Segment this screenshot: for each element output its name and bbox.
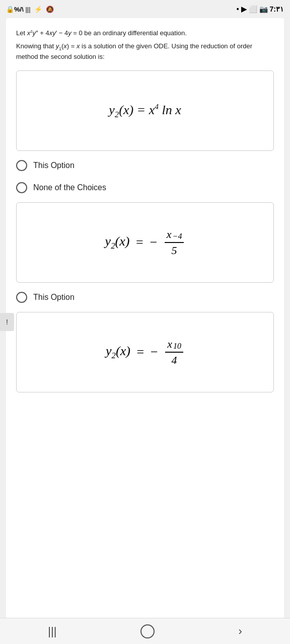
nav-forward-button[interactable]: › [226, 621, 254, 642]
nav-back-button[interactable]: ||| [36, 621, 68, 642]
formula-3: y2(x) = − x10 4 [106, 338, 184, 367]
bottom-nav: ||| › [0, 618, 290, 644]
nav-home-button[interactable] [140, 624, 155, 638]
answer-box-2[interactable]: y2(x) = − x−4 5 [16, 202, 274, 283]
status-left: 🔒%/\ ||| ⚡ 🔕 [6, 6, 54, 13]
time-display: 7:٣١ [270, 5, 284, 13]
formula-2: y2(x) = − x−4 5 [105, 228, 185, 257]
question-line1: Let x2y″ + 4xy′ − 4y = 0 be an ordinary … [16, 28, 274, 38]
radio-this-option-1[interactable] [16, 160, 27, 171]
dot-icon: • [237, 5, 239, 13]
option-label-none-choices: None of the Choices [33, 183, 106, 192]
radio-none-choices[interactable] [16, 182, 27, 193]
formula-1: y2(x) = x4 ln x [109, 102, 181, 120]
answer-box-1[interactable]: y2(x) = x4 ln x [16, 70, 274, 151]
status-icons: 🔒%/\ ||| ⚡ 🔕 [6, 6, 54, 13]
option-row-this-option-2[interactable]: This Option [16, 290, 274, 305]
main-content: Let x2y″ + 4xy′ − 4y = 0 be an ordinary … [6, 18, 284, 632]
exclamation-icon: ! [6, 318, 8, 326]
question-line2: Knowing that y1(x) = x is a solution of … [16, 41, 274, 62]
status-bar: 🔒%/\ ||| ⚡ 🔕 • ▶ ⬜ 📷 7:٣١ [0, 0, 290, 18]
radio-this-option-2[interactable] [16, 292, 27, 303]
option-label-this-option-2: This Option [33, 293, 75, 302]
answer-box-3[interactable]: y2(x) = − x10 4 [16, 312, 274, 392]
status-right: • ▶ ⬜ 📷 7:٣١ [237, 5, 284, 13]
media-icons: ▶ ⬜ 📷 [241, 5, 268, 13]
option-label-this-option-1: This Option [33, 161, 75, 170]
side-button[interactable]: ! [0, 313, 14, 331]
option-row-none-choices[interactable]: None of the Choices [16, 180, 274, 195]
option-row-this-option-1[interactable]: This Option [16, 158, 274, 173]
